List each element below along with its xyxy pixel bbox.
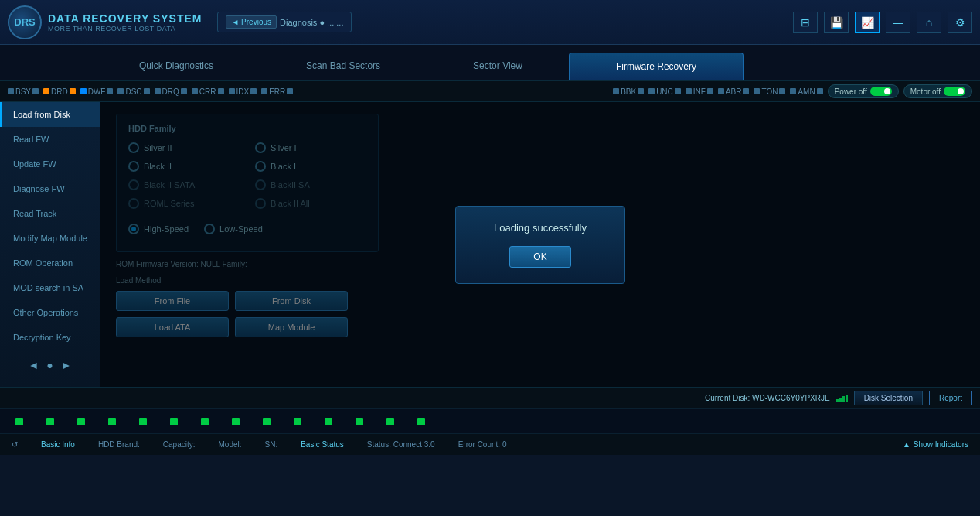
app-title: DATA RECOVERY SYSTEM <box>48 12 202 25</box>
chart-icon[interactable]: 📈 <box>855 12 880 33</box>
ton-dot <box>754 88 760 94</box>
bsy-dot <box>8 88 14 94</box>
indicator-12 <box>356 418 363 425</box>
sidebar-item-update-fw[interactable]: Update FW <box>0 152 100 176</box>
sidebar-scroll-dots[interactable]: ► <box>61 359 72 371</box>
status-dsc: DSC <box>117 87 149 96</box>
footer-status: Status: Connect 3.0 <box>367 440 435 449</box>
dsc-dot2 <box>144 88 150 94</box>
sidebar-item-read-fw[interactable]: Read FW <box>0 127 100 152</box>
sidebar-label: Read Track <box>13 209 56 218</box>
main-content: Load from Disk Read FW Update FW Diagnos… <box>0 102 980 387</box>
sidebar-item-load-from-disk[interactable]: Load from Disk <box>0 102 100 127</box>
idx-label: IDX <box>236 87 250 96</box>
sidebar-item-mod-search[interactable]: MOD search in SA <box>0 275 100 300</box>
status-crr: CRR <box>192 87 224 96</box>
report-button[interactable]: Report <box>929 391 972 405</box>
current-disk-label: Current Disk: <box>705 394 750 402</box>
idx-dot2 <box>250 88 257 94</box>
disk-icon[interactable]: 💾 <box>824 12 849 33</box>
status-inf: INF <box>686 87 713 96</box>
modal-overlay: Loading successfully OK <box>100 102 980 387</box>
indicator-9 <box>263 418 271 425</box>
home-button[interactable]: ⌂ <box>917 12 941 33</box>
indicator-10 <box>294 418 301 425</box>
motor-toggle-pill <box>944 87 965 96</box>
sidebar-scroll-right[interactable]: ● <box>46 359 53 371</box>
footer-capacity: Capacity: <box>163 440 196 449</box>
ton-label: TON <box>761 87 778 96</box>
sidebar-label: Decryption Key <box>13 333 71 342</box>
minimize-button[interactable]: — <box>886 12 910 33</box>
modal-message: Loading successfully <box>479 222 601 234</box>
tab-firmware-recovery[interactable]: Firmware Recovery <box>569 53 744 80</box>
abr-dot <box>718 88 724 94</box>
status-dwf: DWF <box>80 87 114 96</box>
power-toggle[interactable]: Power off <box>828 84 899 98</box>
indicator-13 <box>386 418 394 425</box>
disk-selection-button[interactable]: Disk Selection <box>854 391 923 405</box>
dsc-dot <box>117 88 124 94</box>
sidebar-scroll-left[interactable]: ◄ <box>28 359 39 371</box>
tab-quick-diagnostics[interactable]: Quick Diagnostics <box>93 53 260 80</box>
modal-ok-button[interactable]: OK <box>509 246 570 268</box>
unc-label: UNC <box>656 87 673 96</box>
indicator-1 <box>15 418 23 425</box>
sidebar-item-read-track[interactable]: Read Track <box>0 201 100 226</box>
indicator-2 <box>46 418 54 425</box>
sidebar-label: Read FW <box>13 135 49 144</box>
logo-area: DRS DATA RECOVERY SYSTEM MORE THAN RECOV… <box>8 5 202 39</box>
footer-error-count: Error Count: 0 <box>458 440 507 449</box>
unc-dot2 <box>675 88 681 94</box>
tabs-row: Quick Diagnostics Scan Bad Sectors Secto… <box>0 53 980 80</box>
sidebar-label: Diagnose FW <box>13 184 65 193</box>
bbk-dot <box>613 88 619 94</box>
err-dot2 <box>287 88 293 94</box>
show-indicators-button[interactable]: ▲ Show Indicators <box>903 440 968 449</box>
logo-icon: DRS <box>8 5 42 39</box>
tab-scan-bad-sectors[interactable]: Scan Bad Sectors <box>260 53 427 80</box>
sidebar-item-other-operations[interactable]: Other Operations <box>0 300 100 325</box>
signal-bars <box>836 395 848 402</box>
signal-bar-2 <box>839 398 842 402</box>
chevron-up-icon: ▲ <box>903 440 910 449</box>
err-dot <box>261 88 267 94</box>
dsc-label: DSC <box>125 87 141 96</box>
status-amn: AMN <box>790 87 822 96</box>
status-drd: DRD <box>43 87 76 96</box>
settings-button[interactable]: ⚙ <box>948 12 972 33</box>
power-toggle-label: Power off <box>835 87 867 96</box>
footer-basic-status[interactable]: Basic Status <box>301 440 344 449</box>
sidebar-item-rom-operation[interactable]: ROM Operation <box>0 251 100 275</box>
footer-basic-info[interactable]: Basic Info <box>41 440 75 449</box>
drd-dot2 <box>70 88 76 94</box>
inf-dot2 <box>707 88 713 94</box>
bottom-bar: Current Disk: WD-WCC6Y0YPXRJE Disk Selec… <box>0 387 980 408</box>
sidebar: Load from Disk Read FW Update FW Diagnos… <box>0 102 100 387</box>
abr-dot2 <box>743 88 749 94</box>
prev-button[interactable]: ◄ Previous <box>226 15 277 29</box>
show-indicators-label: Show Indicators <box>914 440 968 449</box>
sidebar-nav: ◄ ● ► <box>0 353 100 378</box>
idx-dot <box>229 88 235 94</box>
content-panel: HDD Family Silver II Silver I Black II B… <box>100 102 980 387</box>
signal-bar-3 <box>842 396 845 402</box>
amn-dot2 <box>817 88 823 94</box>
drd-dot <box>43 88 49 94</box>
indicator-6 <box>170 418 178 425</box>
status-unc: UNC <box>648 87 681 96</box>
bsy-label: BSY <box>15 87 31 96</box>
sidebar-item-diagnose-fw[interactable]: Diagnose FW <box>0 176 100 201</box>
monitor-icon[interactable]: ⊟ <box>793 12 818 33</box>
sidebar-label: Modify Map Module <box>13 234 87 243</box>
tab-sector-view[interactable]: Sector View <box>427 53 569 80</box>
footer-refresh-icon[interactable]: ↺ <box>12 440 18 449</box>
ton-dot2 <box>779 88 785 94</box>
header-right: ⊟ 💾 📈 — ⌂ ⚙ <box>793 12 972 33</box>
motor-toggle[interactable]: Motor off <box>903 84 972 98</box>
sidebar-item-decryption-key[interactable]: Decryption Key <box>0 325 100 350</box>
sidebar-item-modify-map-module[interactable]: Modify Map Module <box>0 226 100 251</box>
breadcrumb-text: Diagnosis ● ... ... <box>280 18 343 27</box>
status-abr: ABR <box>718 87 750 96</box>
dwf-dot2 <box>107 88 113 94</box>
